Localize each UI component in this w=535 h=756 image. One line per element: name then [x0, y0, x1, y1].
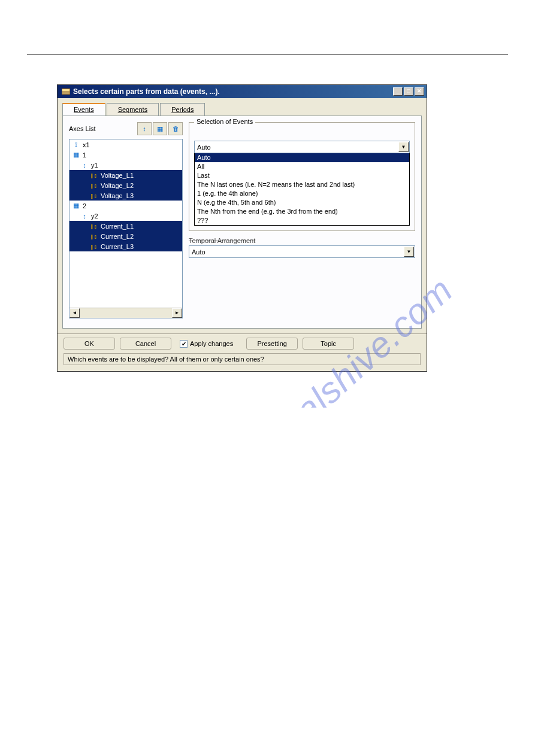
signal-icon: ⫿⫾ — [90, 172, 98, 179]
grid-icon: ▦ — [72, 151, 80, 159]
tree-item-voltage-l2[interactable]: ⫿⫾Voltage_L2 — [69, 180, 182, 190]
apply-changes-label: Apply changes — [190, 340, 233, 347]
tree-item-current-l2[interactable]: ⫿⫾Current_L2 — [69, 231, 182, 241]
tree-item-y2[interactable]: ↕y2 — [69, 211, 182, 221]
cancel-button[interactable]: Cancel — [120, 338, 171, 350]
tree-item-voltage-l3[interactable]: ⫿⫾Voltage_L3 — [69, 190, 182, 201]
temporal-combo[interactable]: Auto ▼ — [189, 245, 415, 258]
presetting-button[interactable]: Presetting — [246, 338, 298, 350]
axes-tree[interactable]: ⟟x1 ▦1 ↕y1 ⫿⫾Voltage_L1 ⫿⫾Voltage_L2 ⫿⫾V… — [69, 139, 183, 318]
dropdown-item-last[interactable]: Last — [195, 171, 409, 180]
axes-header: Axes List ↕ ▦ 🗑 — [69, 122, 183, 135]
events-combo[interactable]: Auto ▼ — [194, 141, 410, 153]
axis-icon: ↕ — [80, 212, 89, 220]
chevron-down-icon[interactable]: ▼ — [404, 247, 414, 257]
svg-rect-1 — [62, 89, 69, 91]
tab-segments[interactable]: Segments — [107, 103, 159, 116]
tab-bar: Events Segments Periods — [62, 103, 422, 116]
selection-legend: Selection of Events — [194, 118, 255, 125]
temporal-arrangement-label: Temporal Arrangement — [189, 237, 415, 244]
tree-item-current-l1[interactable]: ⫿⫾Current_L1 — [69, 221, 182, 231]
status-bar: Which events are to be displayed? All of… — [64, 353, 421, 365]
ruler-icon: ⟟ — [72, 141, 80, 148]
tree-item-group1[interactable]: ▦1 — [69, 150, 182, 160]
titlebar: Selects certain parts from data (events,… — [58, 85, 427, 98]
right-panel: Selection of Events Auto ▼ Auto All Last… — [189, 122, 415, 318]
delete-icon[interactable]: 🗑 — [168, 122, 183, 135]
signal-icon: ⫿⫾ — [90, 223, 98, 230]
chevron-down-icon[interactable]: ▼ — [398, 142, 409, 152]
tree-item-y1[interactable]: ↕y1 — [69, 160, 182, 170]
selection-of-events-group: Selection of Events Auto ▼ Auto All Last… — [189, 122, 415, 231]
events-dropdown[interactable]: Auto All Last The N last ones (i.e. N=2 … — [194, 153, 410, 226]
signal-icon: ⫿⫾ — [90, 192, 98, 199]
page-divider — [27, 54, 508, 54]
tree-item-current-l3[interactable]: ⫿⫾Current_L3 — [69, 241, 182, 251]
window-icon — [61, 87, 71, 96]
tree-item-voltage-l1[interactable]: ⫿⫾Voltage_L1 — [69, 170, 182, 180]
dropdown-item-unknown[interactable]: ??? — [195, 216, 409, 225]
dropdown-item-auto[interactable]: Auto — [195, 153, 409, 162]
checkbox-icon[interactable]: ✔ — [180, 340, 188, 348]
tree-item-group2[interactable]: ▦2 — [69, 201, 182, 211]
scroll-right-icon[interactable]: ► — [172, 308, 182, 318]
minimize-button[interactable]: _ — [393, 87, 403, 96]
tab-periods[interactable]: Periods — [160, 103, 205, 116]
dropdown-item-nth-end[interactable]: The Nth from the end (e.g. the 3rd from … — [195, 207, 409, 216]
grid-icon: ▦ — [72, 202, 80, 210]
axis-action-2-icon[interactable]: ▦ — [153, 122, 167, 135]
signal-icon: ⫿⫾ — [90, 243, 98, 250]
close-button[interactable]: ✕ — [415, 87, 424, 96]
temporal-combo-value: Auto — [192, 248, 205, 256]
axes-panel: Axes List ↕ ▦ 🗑 ⟟x1 ▦1 ↕y1 ⫿⫾Voltage_L1 … — [69, 122, 183, 318]
axes-list-label: Axes List — [69, 125, 136, 132]
dropdown-item-one[interactable]: 1 (e.g. the 4th alone) — [195, 189, 409, 198]
maximize-button[interactable]: □ — [404, 87, 413, 96]
dropdown-item-n[interactable]: N (e.g the 4th, 5th and 6th) — [195, 198, 409, 207]
tree-item-x1[interactable]: ⟟x1 — [69, 139, 182, 150]
tab-content: Axes List ↕ ▦ 🗑 ⟟x1 ▦1 ↕y1 ⫿⫾Voltage_L1 … — [62, 116, 422, 329]
signal-icon: ⫿⫾ — [90, 233, 98, 240]
dropdown-item-n-last[interactable]: The N last ones (i.e. N=2 means the last… — [195, 180, 409, 189]
axis-icon: ↕ — [80, 162, 89, 169]
signal-icon: ⫿⫾ — [90, 182, 98, 189]
dialog-button-bar: OK Cancel ✔ Apply changes Presetting Top… — [58, 333, 427, 353]
apply-changes-checkbox[interactable]: ✔ Apply changes — [180, 340, 233, 348]
dropdown-item-all[interactable]: All — [195, 162, 409, 171]
window-controls: _ □ ✕ — [393, 87, 424, 96]
tab-events[interactable]: Events — [62, 103, 105, 116]
topic-button[interactable]: Topic — [303, 338, 354, 350]
horizontal-scrollbar[interactable]: ◄ ► — [69, 308, 182, 318]
ok-button[interactable]: OK — [64, 338, 115, 350]
scroll-track[interactable] — [80, 308, 172, 318]
dialog-window: Selects certain parts from data (events,… — [57, 84, 427, 372]
axis-action-1-icon[interactable]: ↕ — [137, 122, 152, 135]
window-title: Selects certain parts from data (events,… — [73, 87, 393, 96]
events-combo-value: Auto — [197, 144, 211, 151]
scroll-left-icon[interactable]: ◄ — [69, 308, 80, 318]
